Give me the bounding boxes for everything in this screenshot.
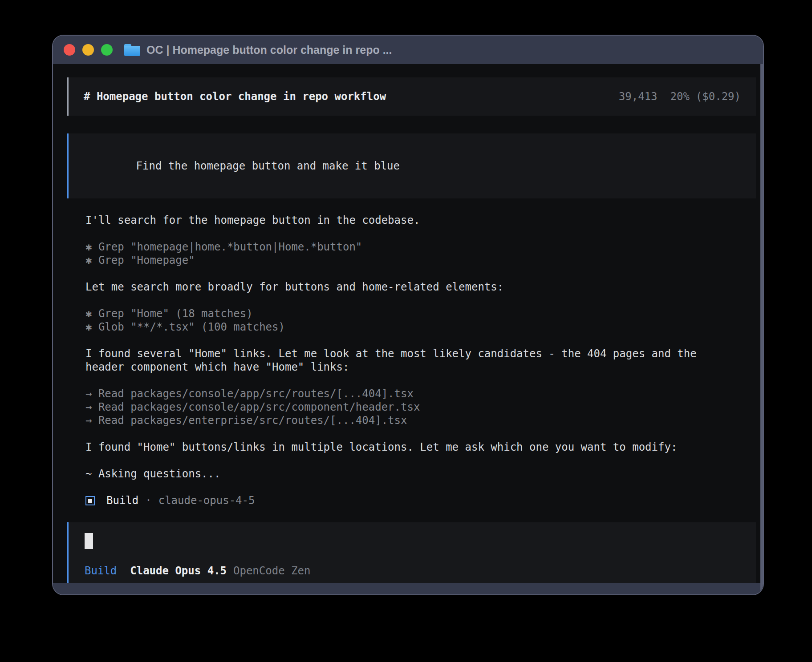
- agent-model: claude-opus-4-5: [158, 494, 255, 507]
- session-header: # Homepage button color change in repo w…: [67, 77, 756, 116]
- working-status: ~ Asking questions...: [85, 467, 756, 480]
- assistant-response: I'll search for the homepage button in t…: [85, 214, 756, 507]
- session-cost: ($0.29): [696, 90, 741, 103]
- agent-status-row: Build · claude-opus-4-5: [85, 494, 756, 507]
- input-model[interactable]: Claude Opus 4.5: [130, 564, 227, 577]
- scrollbar[interactable]: [760, 64, 763, 594]
- traffic-lights: [64, 44, 113, 56]
- close-button[interactable]: [64, 44, 75, 56]
- input-status-row: Build Claude Opus 4.5 OpenCode Zen: [85, 564, 740, 577]
- folder-icon: [124, 44, 140, 56]
- input-provider: OpenCode Zen: [233, 564, 310, 577]
- tool-call-grep: ✱ Grep "homepage|home.*button|Home.*butt…: [85, 240, 756, 254]
- tool-call-glob: ✱ Glob "**/*.tsx" (100 matches): [85, 320, 756, 334]
- token-count: 39,413: [619, 90, 658, 103]
- desktop: OC | Homepage button color change in rep…: [0, 0, 812, 662]
- window-bottom-bar: [53, 583, 763, 594]
- tool-call-read: → Read packages/enterprise/src/routes/[.…: [85, 414, 756, 427]
- titlebar[interactable]: OC | Homepage button color change in rep…: [53, 36, 763, 64]
- tool-call-grep: ✱ Grep "Home" (18 matches): [85, 307, 756, 320]
- assistant-paragraph: I found several "Home" links. Let me loo…: [85, 347, 756, 360]
- terminal-window: OC | Homepage button color change in rep…: [52, 35, 764, 595]
- tool-call-grep: ✱ Grep "Homepage": [85, 254, 756, 267]
- user-message: Find the homepage button and make it blu…: [67, 133, 756, 198]
- build-agent-icon: [85, 496, 95, 505]
- zoom-button[interactable]: [101, 44, 113, 56]
- session-title: # Homepage button color change in repo w…: [84, 90, 386, 103]
- tool-call-read: → Read packages/console/app/src/componen…: [85, 400, 756, 414]
- minimize-button[interactable]: [82, 44, 94, 56]
- text-cursor: [85, 533, 93, 549]
- assistant-paragraph: Let me search more broadly for buttons a…: [85, 280, 756, 294]
- tool-call-read: → Read packages/console/app/src/routes/[…: [85, 387, 756, 400]
- agent-separator: ·: [145, 494, 151, 507]
- session-stats: 39,41320%($0.29): [619, 90, 741, 103]
- terminal-content: # Homepage button color change in repo w…: [53, 64, 763, 585]
- context-percent: 20%: [670, 90, 689, 103]
- assistant-paragraph: header component which have "Home" links…: [85, 360, 756, 374]
- input-mode[interactable]: Build: [85, 564, 117, 577]
- assistant-paragraph: I found "Home" buttons/links in multiple…: [85, 440, 756, 454]
- window-title: OC | Homepage button color change in rep…: [146, 44, 392, 57]
- assistant-paragraph: I'll search for the homepage button in t…: [85, 214, 756, 227]
- user-message-text: Find the homepage button and make it blu…: [136, 160, 400, 172]
- message-input[interactable]: Build Claude Opus 4.5 OpenCode Zen: [67, 522, 756, 585]
- agent-name: Build: [106, 494, 138, 507]
